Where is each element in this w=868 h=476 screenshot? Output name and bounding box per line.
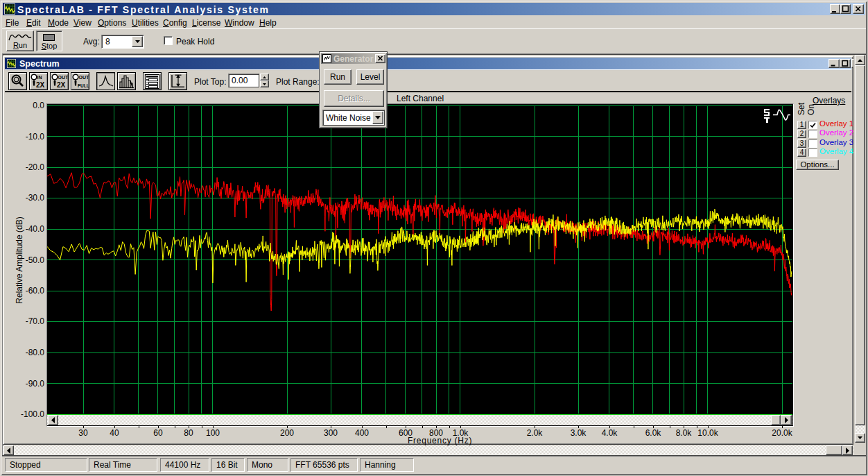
- svg-text:IN: IN: [37, 75, 42, 80]
- svg-text:OUT: OUT: [58, 75, 69, 80]
- svg-text:FULL: FULL: [78, 83, 89, 87]
- svg-text:OUT: OUT: [79, 75, 89, 80]
- svg-text:2X: 2X: [36, 80, 45, 88]
- svg-text:2X: 2X: [57, 80, 66, 88]
